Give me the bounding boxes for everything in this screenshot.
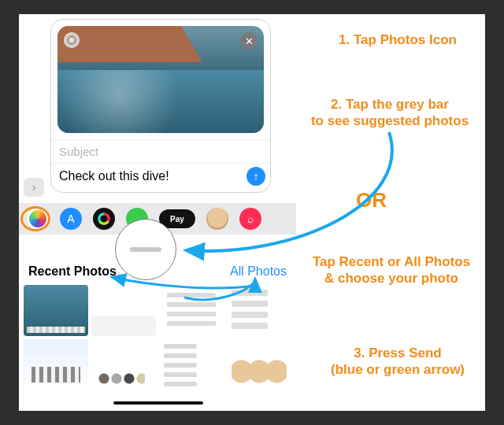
step-2b-text: Tap Recent or All Photos & choose your p…: [295, 253, 488, 287]
thumbnail[interactable]: [159, 339, 224, 390]
step-2b-line1: Tap Recent or All Photos: [313, 254, 470, 269]
step-3-text: 3. Press Send (blue or green arrow): [307, 345, 488, 379]
expand-chevron-icon[interactable]: ›: [24, 178, 44, 197]
or-text: OR: [356, 187, 387, 213]
step-2-line2: to see suggested photos: [311, 113, 469, 128]
search-app-icon[interactable]: ⌕: [239, 208, 261, 230]
remove-attachment-icon[interactable]: ✕: [240, 32, 258, 50]
message-input[interactable]: Check out this dive!: [59, 169, 246, 183]
activity-app-icon[interactable]: [93, 208, 115, 230]
attached-photo[interactable]: ✕: [57, 26, 264, 133]
step-2-line1: 2. Tap the grey bar: [331, 97, 449, 112]
message-compose-card: ✕ Subject Check out this dive! ↑: [50, 19, 271, 193]
appstore-app-icon[interactable]: A: [60, 208, 82, 230]
home-indicator[interactable]: [113, 401, 203, 405]
step-2-text: 2. Tap the grey bar to see suggested pho…: [299, 96, 480, 130]
photo-thumbnail-grid: No Sharing Suggestions: [24, 285, 291, 390]
thumbnail[interactable]: No Sharing Suggestions: [24, 339, 88, 390]
subject-input[interactable]: Subject: [51, 139, 270, 163]
all-photos-link[interactable]: All Photos: [230, 264, 287, 279]
send-button[interactable]: ↑: [246, 167, 265, 186]
step-1-text: 1. Tap Photos Icon: [307, 31, 488, 48]
message-row: Check out this dive! ↑: [51, 163, 270, 192]
thumbnail[interactable]: [91, 339, 156, 390]
tutorial-canvas: ✕ Subject Check out this dive! ↑ › A Pay…: [19, 14, 485, 411]
step-3-line2: (blue or green arrow): [331, 362, 465, 377]
recent-photos-tab[interactable]: Recent Photos: [28, 264, 117, 279]
thumbnail[interactable]: [91, 285, 156, 336]
phone-area: ✕ Subject Check out this dive! ↑ › A Pay…: [19, 14, 296, 411]
animoji-app-icon[interactable]: [206, 208, 228, 230]
thumbnail[interactable]: [159, 285, 224, 336]
photos-app-icon[interactable]: [27, 208, 49, 230]
thumbnail[interactable]: [24, 285, 88, 336]
drawer-handle-zoom: [115, 219, 176, 280]
step-2b-line2: & choose your photo: [324, 271, 458, 286]
live-photo-icon: [64, 32, 80, 48]
instruction-panel: 1. Tap Photos Icon 2. Tap the grey bar t…: [299, 14, 485, 411]
apple-pay-label: Pay: [170, 215, 184, 224]
thumbnail[interactable]: [227, 285, 291, 336]
step-3-line1: 3. Press Send: [354, 346, 442, 360]
thumbnail[interactable]: [227, 339, 291, 390]
drawer-handle-icon[interactable]: [130, 247, 161, 252]
